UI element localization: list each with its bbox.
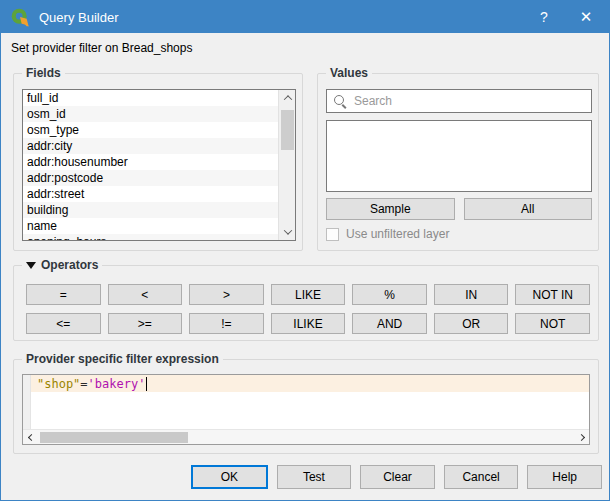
expression-field-token: "shop" bbox=[37, 377, 80, 391]
use-unfiltered-label: Use unfiltered layer bbox=[346, 227, 449, 241]
operator-greater-button[interactable]: > bbox=[189, 284, 264, 305]
operator-not-in-button[interactable]: NOT IN bbox=[515, 284, 590, 305]
use-unfiltered-checkbox[interactable] bbox=[326, 228, 339, 241]
fields-scrollbar[interactable] bbox=[278, 90, 295, 240]
scroll-up-icon[interactable] bbox=[279, 90, 296, 106]
operator-and-button[interactable]: AND bbox=[352, 313, 427, 334]
expression-panel-label: Provider specific filter expression bbox=[22, 352, 223, 366]
dialog-buttons: OK Test Clear Cancel Help bbox=[191, 465, 602, 489]
use-unfiltered-row: Use unfiltered layer bbox=[326, 227, 449, 241]
operator-or-button[interactable]: OR bbox=[434, 313, 509, 334]
all-button[interactable]: All bbox=[464, 198, 593, 220]
field-item[interactable]: addr:postcode bbox=[23, 170, 278, 186]
search-placeholder: Search bbox=[354, 94, 392, 108]
expression-operator-token: = bbox=[80, 377, 87, 391]
field-item[interactable]: opening_hours bbox=[23, 234, 278, 241]
operator-not-equal-button[interactable]: != bbox=[189, 313, 264, 334]
titlebar-help-button[interactable]: ? bbox=[523, 1, 565, 33]
search-icon bbox=[334, 95, 347, 108]
operator-greater-equal-button[interactable]: >= bbox=[108, 313, 183, 334]
operator-not-button[interactable]: NOT bbox=[515, 313, 590, 334]
operators-row-1: = < > LIKE % IN NOT IN bbox=[26, 284, 590, 305]
help-button[interactable]: Help bbox=[527, 465, 602, 489]
collapse-arrow-icon[interactable] bbox=[26, 262, 36, 269]
text-cursor bbox=[146, 377, 147, 391]
operator-in-button[interactable]: IN bbox=[434, 284, 509, 305]
fields-rows: full_id osm_id osm_type addr:city addr:h… bbox=[23, 90, 278, 241]
values-list[interactable] bbox=[326, 120, 592, 192]
expression-value-token: 'bakery' bbox=[88, 377, 146, 391]
operator-equals-button[interactable]: = bbox=[26, 284, 101, 305]
editor-hscrollbar[interactable] bbox=[23, 429, 589, 444]
expression-editor[interactable]: "shop" = 'bakery' bbox=[22, 374, 590, 445]
titlebar[interactable]: Query Builder ? ✕ bbox=[1, 1, 609, 33]
operator-less-button[interactable]: < bbox=[108, 284, 183, 305]
field-item[interactable]: addr:city bbox=[23, 138, 278, 154]
operator-less-equal-button[interactable]: <= bbox=[26, 313, 101, 334]
cancel-button[interactable]: Cancel bbox=[444, 465, 519, 489]
editor-margin bbox=[23, 375, 31, 429]
operators-row-2: <= >= != ILIKE AND OR NOT bbox=[26, 313, 590, 334]
operators-panel-label: Operators bbox=[22, 258, 102, 272]
values-panel: Values Search Sample All Use unfiltered … bbox=[317, 73, 599, 251]
dialog-subtitle: Set provider filter on Bread_shops bbox=[11, 41, 192, 55]
values-buttons: Sample All bbox=[326, 198, 592, 220]
operator-like-button[interactable]: LIKE bbox=[271, 284, 346, 305]
values-search-input[interactable]: Search bbox=[326, 89, 592, 113]
scroll-right-icon[interactable] bbox=[573, 430, 589, 444]
scroll-down-icon[interactable] bbox=[279, 224, 296, 240]
operator-ilike-button[interactable]: ILIKE bbox=[271, 313, 346, 334]
expression-line[interactable]: "shop" = 'bakery' bbox=[31, 375, 589, 392]
field-item[interactable]: building bbox=[23, 202, 278, 218]
ok-button[interactable]: OK bbox=[191, 465, 268, 489]
fields-panel: Fields full_id osm_id osm_type addr:city… bbox=[13, 73, 303, 251]
fields-list: full_id osm_id osm_type addr:city addr:h… bbox=[22, 89, 296, 241]
field-item[interactable]: addr:housenumber bbox=[23, 154, 278, 170]
operators-label-text: Operators bbox=[41, 258, 98, 272]
sample-button[interactable]: Sample bbox=[326, 198, 455, 220]
operators-panel: Operators = < > LIKE % IN NOT IN <= >= !… bbox=[13, 265, 599, 341]
window-title: Query Builder bbox=[39, 10, 523, 25]
values-panel-label: Values bbox=[326, 66, 372, 80]
field-item[interactable]: osm_type bbox=[23, 122, 278, 138]
fields-panel-label: Fields bbox=[22, 66, 65, 80]
field-item[interactable]: osm_id bbox=[23, 106, 278, 122]
expression-panel: Provider specific filter expression "sho… bbox=[13, 359, 599, 454]
field-item[interactable]: full_id bbox=[23, 90, 278, 106]
test-button[interactable]: Test bbox=[277, 465, 352, 489]
close-button[interactable]: ✕ bbox=[565, 1, 607, 33]
field-item[interactable]: name bbox=[23, 218, 278, 234]
scroll-left-icon[interactable] bbox=[23, 430, 39, 444]
query-builder-dialog: Query Builder ? ✕ Set provider filter on… bbox=[0, 0, 610, 501]
clear-button[interactable]: Clear bbox=[360, 465, 435, 489]
hscrollbar-thumb[interactable] bbox=[40, 432, 188, 443]
qgis-logo-icon bbox=[10, 7, 30, 27]
operator-percent-button[interactable]: % bbox=[352, 284, 427, 305]
scrollbar-thumb[interactable] bbox=[281, 110, 294, 150]
field-item[interactable]: addr:street bbox=[23, 186, 278, 202]
